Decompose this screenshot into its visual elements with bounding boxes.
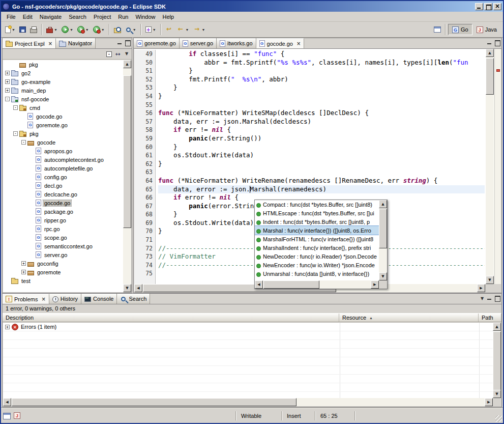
completion-item[interactable]: MarshalForHTML : func(v interface{}) ([]… [255, 235, 379, 243]
java-shortcut-icon[interactable] [14, 412, 20, 419]
code-line-53[interactable]: } [158, 83, 485, 92]
completion-item[interactable]: Compact : func(dst *bytes.Buffer, src []… [255, 200, 379, 209]
completion-item[interactable]: MarshalIndent : func(v interface{}, pref… [255, 243, 379, 252]
tree-item-go-example[interactable]: +go-example [3, 77, 123, 86]
line-number[interactable]: 49 [134, 50, 153, 59]
dropdown-arrow-icon[interactable]: ▼ [85, 28, 89, 32]
print-button[interactable] [28, 23, 39, 36]
tree-item-main-dep[interactable]: +main_dep [3, 86, 123, 95]
problems-vscrollbar[interactable]: ▲ ▼ [493, 323, 501, 398]
view-tab-history[interactable]: History [49, 294, 81, 304]
popup-hscrollbar[interactable]: ◀ ▶ [255, 280, 379, 289]
scroll-left-icon[interactable]: ◀ [3, 398, 11, 406]
tree-item-gocode[interactable]: -gocode [3, 138, 123, 147]
tree-item-cmd[interactable]: -cmd [3, 103, 123, 112]
line-number[interactable]: 67 [134, 202, 153, 211]
scroll-up-icon[interactable]: ▲ [123, 60, 131, 68]
collapse-icon[interactable]: - [5, 97, 10, 101]
tree-item-pkg[interactable]: -pkg [3, 129, 123, 138]
profile-button[interactable]: ▼ [91, 23, 107, 36]
line-number[interactable]: 62 [134, 160, 153, 168]
tree-item-declcache-go[interactable]: declcache.go [3, 190, 123, 199]
go-perspective-button[interactable]: Go [448, 24, 472, 35]
fast-view-icon[interactable] [3, 413, 11, 419]
line-number[interactable]: 50 [134, 59, 153, 67]
line-number[interactable]: 56 [134, 109, 153, 118]
external-tools-button[interactable]: ▼ [44, 23, 60, 36]
problems-row[interactable]: +Errors (1 item) [3, 323, 493, 331]
scroll-thumb[interactable] [493, 331, 501, 390]
line-number[interactable]: 60 [134, 143, 153, 152]
scroll-left-icon[interactable]: ◀ [255, 280, 263, 289]
dropdown-arrow-icon[interactable]: ▼ [186, 28, 189, 32]
link-with-editor-icon[interactable] [114, 50, 122, 58]
new-button[interactable]: ▼ [3, 23, 17, 36]
new-element-button[interactable]: ▼ [143, 23, 158, 36]
code-line-65[interactable]: data, error := json.Marshal(renamedescs) [158, 185, 485, 194]
code-line-59[interactable]: panic(err.String()) [158, 134, 485, 143]
expand-icon[interactable]: + [5, 71, 10, 75]
view-menu-icon[interactable] [124, 50, 130, 58]
java-perspective-button[interactable]: Java [472, 24, 501, 35]
line-number[interactable]: 59 [134, 134, 153, 143]
scroll-thumb[interactable] [486, 58, 494, 95]
dropdown-arrow-icon[interactable]: ▼ [101, 28, 105, 32]
expand-icon[interactable]: + [21, 261, 26, 266]
resize-grip[interactable] [495, 415, 502, 422]
view-tab-console[interactable]: Console [81, 294, 117, 304]
column-header-resource[interactable]: Resource▲ [339, 314, 479, 322]
tree-item-goconfig[interactable]: +goconfig [3, 259, 123, 268]
line-number[interactable]: 66 [134, 193, 153, 202]
completion-item[interactable]: Indent : func(dst *bytes.Buffer, src []u… [255, 217, 379, 226]
line-number[interactable]: 64 [134, 177, 153, 185]
back-button[interactable]: ▼ [175, 23, 191, 36]
dropdown-arrow-icon[interactable]: ▼ [70, 28, 73, 32]
completion-item[interactable]: HTMLEscape : func(dst *bytes.Buffer, src… [255, 209, 379, 217]
scroll-down-icon[interactable]: ▼ [493, 390, 501, 398]
view-tab-problems[interactable]: Problems× [3, 294, 49, 304]
tree-item-autocompletecontext-go[interactable]: autocompletecontext.go [3, 155, 123, 164]
forward-button[interactable]: ▼ [191, 23, 207, 36]
menu-run[interactable]: Run [114, 13, 132, 21]
code-line-57[interactable]: data, err := json.Marshal(decldescs) [158, 118, 485, 126]
column-header-description[interactable]: Description [3, 314, 339, 322]
menu-file[interactable]: File [3, 13, 19, 21]
minimize-window-button[interactable] [475, 3, 483, 10]
view-tab-project-expl[interactable]: Project Expl× [3, 38, 56, 48]
tree-item-autocompletefile-go[interactable]: autocompletefile.go [3, 164, 123, 173]
tree-item-gocode-go[interactable]: gocode.go [3, 112, 123, 121]
code-line-62[interactable]: } [158, 160, 485, 168]
dropdown-arrow-icon[interactable]: ▼ [54, 28, 57, 32]
editor-tab-server-go[interactable]: server.go [180, 38, 217, 48]
code-line-63[interactable] [158, 168, 485, 177]
tree-item-semanticcontext-go[interactable]: semanticcontext.go [3, 242, 123, 250]
tree-item-nsf-gocode[interactable]: -nsf-gocode [3, 95, 123, 103]
menu-edit[interactable]: Edit [19, 13, 36, 21]
code-line-50[interactable]: abbr = fmt.Sprintf("%s %s%s", classes[i]… [158, 59, 485, 67]
scroll-right-icon[interactable]: ▶ [477, 284, 485, 292]
code-line-49[interactable]: if classes[i] == "func" { [158, 50, 485, 59]
tree-item-scope-go[interactable]: scope.go [3, 233, 123, 242]
explorer-scrollbar[interactable]: ▲ ▼ [123, 60, 131, 292]
line-number[interactable]: 58 [134, 126, 153, 134]
code-line-54[interactable]: } [158, 92, 485, 101]
scroll-down-icon[interactable]: ▼ [123, 284, 131, 292]
minimize-editor-icon[interactable] [486, 40, 493, 46]
code-line-58[interactable]: if err != nil { [158, 126, 485, 134]
minimize-view-icon[interactable] [486, 295, 493, 301]
line-number[interactable]: 51 [134, 67, 153, 75]
line-number[interactable]: 55 [134, 101, 153, 109]
tree-item-ripper-go[interactable]: ripper.go [3, 216, 123, 224]
tree-item-config-go[interactable]: config.go [3, 173, 123, 181]
line-number[interactable]: 65 [134, 185, 153, 194]
close-window-button[interactable] [493, 3, 501, 10]
completion-item[interactable]: NewDecoder : func(r io.Reader) *json.Dec… [255, 252, 379, 261]
dropdown-arrow-icon[interactable]: ▼ [12, 28, 15, 32]
editor-tab-itworks-go[interactable]: itworks.go [217, 38, 256, 48]
collapse-icon[interactable]: - [13, 131, 18, 136]
line-number[interactable]: 57 [134, 118, 153, 126]
code-line-52[interactable]: fmt.Printf(" %s\n", abbr) [158, 75, 485, 84]
line-number[interactable]: 70 [134, 227, 153, 236]
line-number[interactable]: 74 [134, 261, 153, 270]
tree-item-package-go[interactable]: package.go [3, 207, 123, 216]
